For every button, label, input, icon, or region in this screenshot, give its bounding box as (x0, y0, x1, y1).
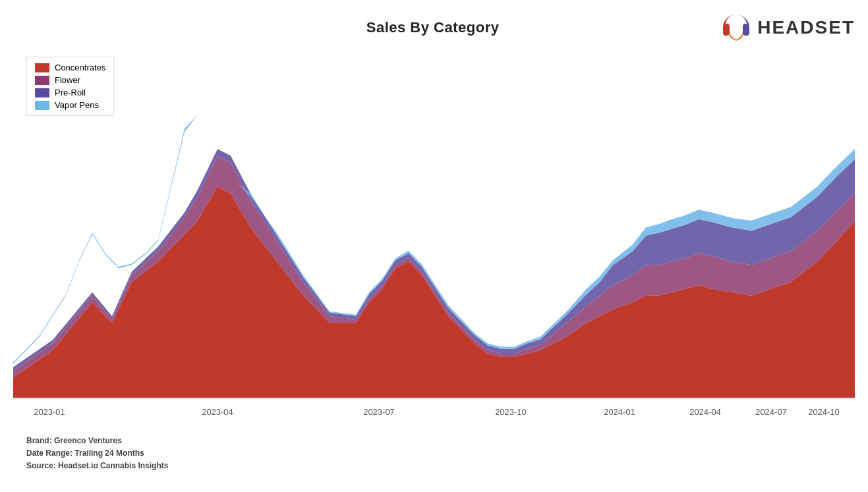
source-label: Source: (26, 461, 56, 470)
preroll-label: Pre-Roll (55, 88, 86, 97)
svg-text:2023-07: 2023-07 (363, 407, 395, 417)
chart-legend: Concentrates Flower Pre-Roll Vapor Pens (26, 57, 114, 116)
legend-item-preroll: Pre-Roll (35, 88, 105, 97)
headset-logo-icon (720, 12, 752, 43)
source-line: Source: Headset.io Cannabis Insights (26, 460, 842, 472)
logo-area: HEADSET (720, 12, 855, 43)
flower-swatch (35, 76, 49, 85)
chart-svg: 2023-01 2023-04 2023-07 2023-10 2024-01 … (13, 50, 855, 432)
svg-text:2024-01: 2024-01 (604, 407, 635, 417)
brand-value: Greenco Ventures (54, 436, 122, 445)
svg-text:2024-04: 2024-04 (689, 407, 721, 417)
brand-label: Brand: (26, 436, 52, 445)
concentrates-label: Concentrates (55, 63, 105, 72)
flower-label: Flower (55, 75, 80, 85)
date-line: Date Range: Trailing 24 Months (26, 447, 842, 460)
logo-text: HEADSET (757, 17, 855, 38)
chart-area: Concentrates Flower Pre-Roll Vapor Pens (13, 50, 855, 432)
date-label: Date Range: (26, 449, 72, 458)
svg-text:2024-07: 2024-07 (755, 407, 787, 417)
svg-text:2023-10: 2023-10 (495, 407, 527, 417)
vaporpens-swatch (35, 101, 49, 110)
legend-item-flower: Flower (35, 75, 105, 85)
date-value: Trailing 24 Months (74, 449, 144, 458)
brand-line: Brand: Greenco Ventures (26, 435, 842, 447)
vaporpens-label: Vapor Pens (55, 100, 99, 110)
legend-item-concentrates: Concentrates (35, 63, 105, 72)
svg-text:2023-04: 2023-04 (202, 407, 233, 417)
legend-item-vaporpens: Vapor Pens (35, 100, 105, 110)
source-value: Headset.io Cannabis Insights (58, 461, 168, 470)
svg-text:2023-01: 2023-01 (34, 407, 65, 417)
svg-text:2024-10: 2024-10 (808, 407, 840, 417)
chart-title: Sales By Category (145, 19, 720, 36)
concentrates-swatch (35, 63, 49, 72)
page-container: Sales By Category HEADSET Concentrates F… (0, 0, 868, 492)
header: Sales By Category HEADSET (0, 0, 868, 50)
preroll-swatch (35, 88, 49, 97)
footer: Brand: Greenco Ventures Date Range: Trai… (0, 432, 868, 478)
